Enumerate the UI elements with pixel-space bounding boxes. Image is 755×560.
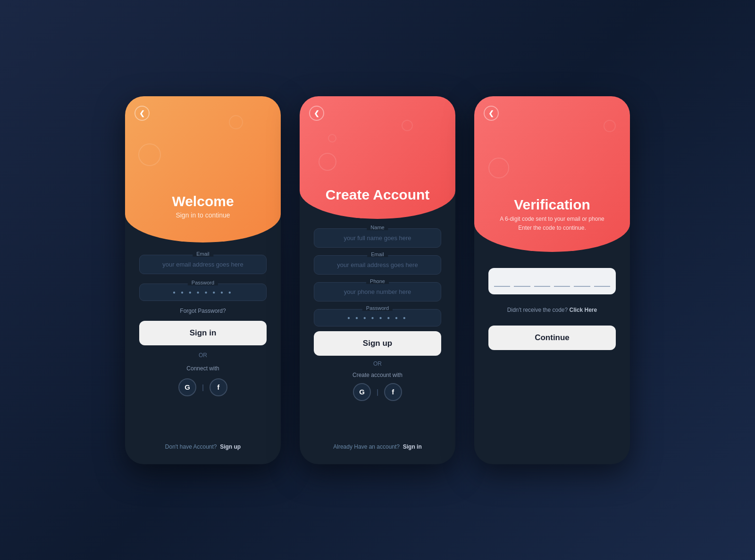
- verify-title: Verification: [474, 197, 630, 213]
- divider-or: OR: [139, 352, 267, 359]
- verify-header: ❮ Verification A 6-digit code sent to yo…: [474, 96, 630, 252]
- verify-deco-2: [604, 120, 616, 132]
- create-account-card: ❮ Create Account Name your full name goe…: [300, 96, 455, 464]
- name-placeholder: your full name goes here: [322, 234, 433, 242]
- create-divider-or: OR: [314, 360, 441, 367]
- forgot-password-link[interactable]: Forgot Password?: [139, 308, 267, 314]
- resend-link[interactable]: Click Here: [570, 307, 597, 313]
- verify-body: Didn't receive the code? Click Here Cont…: [474, 252, 630, 464]
- phone-placeholder: your phone number here: [322, 288, 433, 295]
- create-email-field-group: Email your email address goes here: [314, 255, 441, 275]
- verify-header-content: Verification A 6-digit code sent to your…: [474, 197, 630, 233]
- verification-card: ❮ Verification A 6-digit code sent to yo…: [474, 96, 630, 464]
- create-social-divider: |: [377, 388, 378, 396]
- create-body: Name your full name goes here Email your…: [300, 219, 455, 464]
- welcome-title: Welcome: [125, 193, 281, 209]
- resend-text: Didn't receive the code? Click Here: [488, 307, 616, 313]
- create-email-input[interactable]: your email address goes here: [314, 255, 441, 275]
- code-seg-1[interactable]: [494, 276, 510, 287]
- welcome-footer-text: Don't have Account?: [165, 443, 217, 450]
- create-password-input[interactable]: ● ● ● ● ● ● ● ●: [314, 309, 441, 326]
- welcome-body: Email your email address goes here Passw…: [125, 242, 281, 464]
- create-password-dots: ● ● ● ● ● ● ● ●: [322, 315, 433, 320]
- name-input[interactable]: your full name goes here: [314, 228, 441, 248]
- name-label: Name: [367, 225, 388, 230]
- create-header: ❮ Create Account: [300, 96, 455, 219]
- email-input[interactable]: your email address goes here: [139, 255, 267, 274]
- create-back-button[interactable]: ❮: [309, 106, 324, 121]
- code-seg-2[interactable]: [514, 276, 530, 287]
- create-deco-2: [402, 120, 413, 131]
- welcome-subtitle: Sign in to continue: [125, 211, 281, 219]
- signup-link[interactable]: Sign up: [220, 443, 241, 450]
- connect-label: Connect with: [139, 365, 267, 372]
- phone-input[interactable]: your phone number here: [314, 282, 441, 301]
- create-footer: Already Have an account? Sign in: [314, 439, 441, 450]
- create-signin-link[interactable]: Sign in: [403, 443, 422, 450]
- verify-back-button[interactable]: ❮: [484, 106, 499, 121]
- signup-button[interactable]: Sign up: [314, 331, 441, 356]
- create-email-placeholder: your email address goes here: [322, 261, 433, 268]
- code-seg-4[interactable]: [554, 276, 570, 287]
- welcome-card: ❮ Welcome Sign in to continue Email your…: [125, 96, 281, 464]
- verify-deco-1: [488, 158, 509, 178]
- name-field-group: Name your full name goes here: [314, 228, 441, 248]
- password-dots: ● ● ● ● ● ● ● ●: [147, 290, 259, 295]
- email-field-group: Email your email address goes here: [139, 255, 267, 274]
- code-seg-3[interactable]: [534, 276, 550, 287]
- verification-code-input[interactable]: [488, 268, 616, 294]
- password-label: Password: [188, 280, 218, 285]
- create-social-row: G | f: [314, 383, 441, 401]
- password-input[interactable]: ● ● ● ● ● ● ● ●: [139, 284, 267, 301]
- create-footer-text: Already Have an account?: [333, 443, 400, 450]
- create-google-button[interactable]: G: [353, 383, 371, 401]
- welcome-header: ❮ Welcome Sign in to continue: [125, 96, 281, 242]
- social-divider: |: [202, 384, 204, 391]
- verify-subtitle: A 6-digit code sent to your email or pho…: [474, 215, 630, 233]
- signin-button[interactable]: Sign in: [139, 321, 267, 345]
- continue-button[interactable]: Continue: [488, 326, 616, 350]
- deco-circle-2: [229, 115, 243, 129]
- welcome-header-content: Welcome Sign in to continue: [125, 193, 281, 219]
- create-title: Create Account: [300, 187, 455, 203]
- welcome-blob-bg: [125, 96, 281, 242]
- code-seg-6[interactable]: [594, 276, 610, 287]
- google-button[interactable]: G: [178, 378, 196, 396]
- create-deco-3: [328, 134, 336, 142]
- create-connect-label: Create account with: [314, 372, 441, 378]
- create-facebook-button[interactable]: f: [384, 383, 402, 401]
- email-label: Email: [193, 251, 213, 257]
- welcome-back-button[interactable]: ❮: [134, 106, 150, 121]
- social-buttons-row: G | f: [139, 378, 267, 396]
- phone-label: Phone: [366, 278, 389, 284]
- deco-circle-1: [138, 143, 161, 166]
- create-email-label: Email: [367, 251, 388, 257]
- create-header-content: Create Account: [300, 187, 455, 205]
- welcome-footer: Don't have Account? Sign up: [139, 439, 267, 450]
- password-field-group: Password ● ● ● ● ● ● ● ●: [139, 284, 267, 301]
- phone-field-group: Phone your phone number here: [314, 282, 441, 301]
- email-placeholder: your email address goes here: [147, 261, 259, 268]
- code-seg-5[interactable]: [574, 276, 590, 287]
- create-deco-1: [319, 153, 336, 171]
- facebook-button[interactable]: f: [210, 378, 227, 396]
- create-password-label: Password: [362, 305, 393, 311]
- create-password-field-group: Password ● ● ● ● ● ● ● ●: [314, 309, 441, 326]
